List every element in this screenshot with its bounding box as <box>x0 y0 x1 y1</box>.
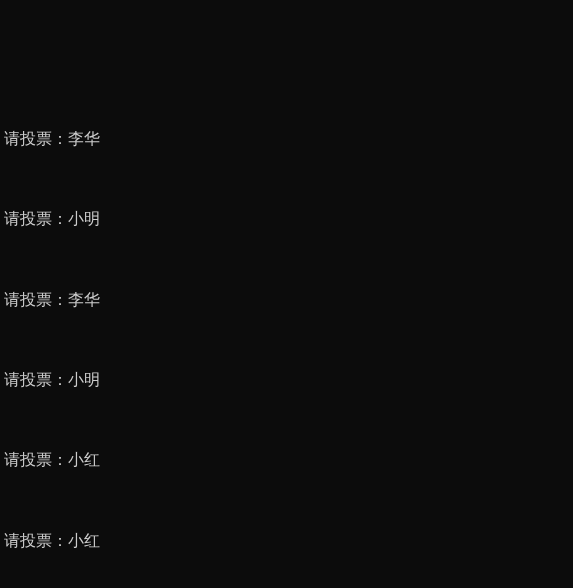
vote-prompt: 请投票： <box>4 290 68 309</box>
console-output: 请投票：李华 请投票：小明 请投票：李华 请投票：小明 请投票：小红 请投票：小… <box>4 87 569 588</box>
vote-line: 请投票：小红 <box>4 531 569 552</box>
vote-name: 小明 <box>68 209 100 228</box>
vote-name: 李华 <box>68 129 100 148</box>
vote-name: 小明 <box>68 370 100 389</box>
vote-line: 请投票：李华 <box>4 290 569 311</box>
vote-prompt: 请投票： <box>4 450 68 469</box>
vote-line: 请投票：小红 <box>4 450 569 471</box>
vote-line: 请投票：小明 <box>4 209 569 230</box>
vote-name: 小红 <box>68 450 100 469</box>
vote-name: 李华 <box>68 290 100 309</box>
vote-prompt: 请投票： <box>4 209 68 228</box>
vote-line: 请投票：小明 <box>4 370 569 391</box>
vote-name: 小红 <box>68 531 100 550</box>
vote-prompt: 请投票： <box>4 531 68 550</box>
vote-line: 请投票：李华 <box>4 129 569 150</box>
vote-prompt: 请投票： <box>4 370 68 389</box>
vote-prompt: 请投票： <box>4 129 68 148</box>
